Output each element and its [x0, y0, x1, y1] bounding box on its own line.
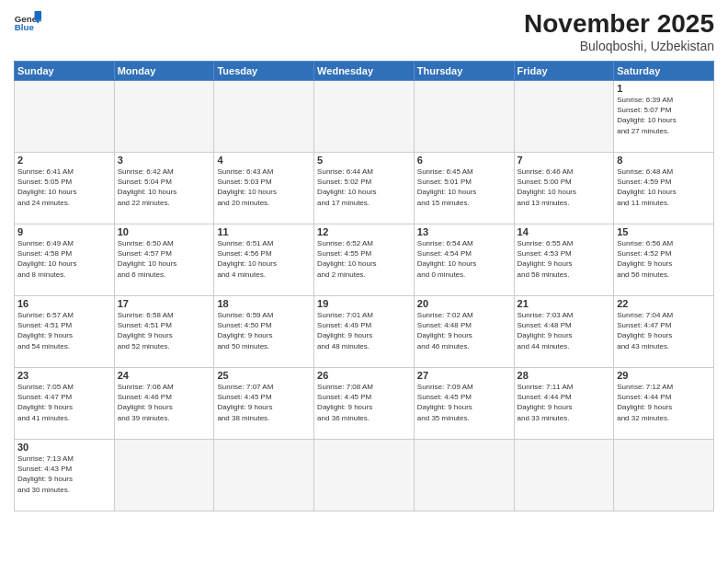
day-number: 23: [17, 370, 111, 381]
calendar-cell: 23Sunrise: 7:05 AM Sunset: 4:47 PM Dayli…: [15, 368, 115, 440]
cell-info: Sunrise: 6:43 AM Sunset: 5:03 PM Dayligh…: [217, 167, 311, 208]
day-number: 7: [518, 155, 611, 166]
calendar-cell: [114, 81, 214, 153]
title-block: November 2025 Buloqboshi, Uzbekistan: [524, 9, 714, 53]
day-number: 13: [417, 226, 511, 237]
cell-info: Sunrise: 6:54 AM Sunset: 4:54 PM Dayligh…: [417, 238, 511, 280]
calendar-cell: 2Sunrise: 6:41 AM Sunset: 5:05 PM Daylig…: [15, 153, 115, 224]
col-thursday: Thursday: [414, 62, 514, 81]
cell-info: Sunrise: 6:45 AM Sunset: 5:01 PM Dayligh…: [417, 167, 511, 208]
calendar-cell: [214, 440, 314, 511]
calendar-week-4: 16Sunrise: 6:57 AM Sunset: 4:51 PM Dayli…: [15, 296, 714, 368]
day-number: 30: [17, 442, 111, 453]
calendar-cell: 25Sunrise: 7:07 AM Sunset: 4:45 PM Dayli…: [214, 368, 314, 440]
cell-info: Sunrise: 6:48 AM Sunset: 4:59 PM Dayligh…: [617, 167, 711, 208]
calendar-week-3: 9Sunrise: 6:49 AM Sunset: 4:58 PM Daylig…: [15, 224, 714, 296]
cell-info: Sunrise: 7:07 AM Sunset: 4:45 PM Dayligh…: [217, 382, 311, 423]
cell-info: Sunrise: 6:41 AM Sunset: 5:05 PM Dayligh…: [17, 167, 111, 208]
calendar-cell: [614, 440, 714, 511]
calendar-cell: [314, 440, 415, 511]
day-number: 10: [118, 226, 211, 237]
cell-info: Sunrise: 6:46 AM Sunset: 5:00 PM Dayligh…: [518, 167, 611, 208]
day-number: 20: [417, 298, 511, 309]
cell-info: Sunrise: 7:03 AM Sunset: 4:48 PM Dayligh…: [518, 310, 611, 351]
calendar-cell: 21Sunrise: 7:03 AM Sunset: 4:48 PM Dayli…: [514, 296, 614, 368]
cell-info: Sunrise: 6:52 AM Sunset: 4:55 PM Dayligh…: [317, 238, 411, 280]
cell-info: Sunrise: 6:42 AM Sunset: 5:04 PM Dayligh…: [118, 167, 211, 208]
day-number: 17: [118, 298, 211, 309]
cell-info: Sunrise: 7:01 AM Sunset: 4:49 PM Dayligh…: [317, 310, 411, 351]
calendar-cell: 28Sunrise: 7:11 AM Sunset: 4:44 PM Dayli…: [514, 368, 614, 440]
calendar-cell: 26Sunrise: 7:08 AM Sunset: 4:45 PM Dayli…: [314, 368, 415, 440]
day-number: 21: [518, 298, 611, 309]
logo: General Blue: [14, 9, 41, 35]
day-number: 16: [17, 298, 111, 309]
day-number: 24: [118, 370, 211, 381]
calendar-cell: 1Sunrise: 6:39 AM Sunset: 5:07 PM Daylig…: [614, 81, 714, 153]
calendar-cell: 4Sunrise: 6:43 AM Sunset: 5:03 PM Daylig…: [214, 153, 314, 224]
cell-info: Sunrise: 6:49 AM Sunset: 4:58 PM Dayligh…: [17, 238, 111, 280]
day-number: 29: [617, 370, 711, 381]
calendar-cell: 29Sunrise: 7:12 AM Sunset: 4:44 PM Dayli…: [614, 368, 714, 440]
calendar-cell: [414, 81, 514, 153]
header: General Blue November 2025 Buloqboshi, U…: [14, 9, 714, 53]
day-number: 9: [17, 226, 111, 237]
page: General Blue November 2025 Buloqboshi, U…: [0, 0, 728, 563]
cell-info: Sunrise: 6:58 AM Sunset: 4:51 PM Dayligh…: [118, 310, 211, 351]
col-saturday: Saturday: [614, 62, 714, 81]
svg-text:Blue: Blue: [15, 22, 35, 32]
calendar-cell: 30Sunrise: 7:13 AM Sunset: 4:43 PM Dayli…: [15, 440, 115, 511]
calendar-week-2: 2Sunrise: 6:41 AM Sunset: 5:05 PM Daylig…: [15, 153, 714, 224]
day-number: 15: [617, 226, 711, 237]
day-number: 18: [217, 298, 311, 309]
col-wednesday: Wednesday: [314, 62, 415, 81]
col-tuesday: Tuesday: [214, 62, 314, 81]
day-number: 6: [417, 155, 511, 166]
day-number: 5: [317, 155, 411, 166]
day-number: 22: [617, 298, 711, 309]
calendar-cell: 19Sunrise: 7:01 AM Sunset: 4:49 PM Dayli…: [314, 296, 415, 368]
day-number: 1: [617, 83, 711, 94]
cell-info: Sunrise: 6:57 AM Sunset: 4:51 PM Dayligh…: [17, 310, 111, 351]
cell-info: Sunrise: 6:39 AM Sunset: 5:07 PM Dayligh…: [617, 95, 711, 136]
cell-info: Sunrise: 6:55 AM Sunset: 4:53 PM Dayligh…: [518, 238, 611, 280]
calendar-header-row: Sunday Monday Tuesday Wednesday Thursday…: [15, 62, 714, 81]
month-title: November 2025: [524, 9, 714, 39]
cell-info: Sunrise: 7:05 AM Sunset: 4:47 PM Dayligh…: [17, 382, 111, 423]
day-number: 11: [217, 226, 311, 237]
calendar-table: Sunday Monday Tuesday Wednesday Thursday…: [14, 61, 714, 511]
calendar-week-1: 1Sunrise: 6:39 AM Sunset: 5:07 PM Daylig…: [15, 81, 714, 153]
calendar-cell: [514, 81, 614, 153]
day-number: 28: [518, 370, 611, 381]
calendar-week-5: 23Sunrise: 7:05 AM Sunset: 4:47 PM Dayli…: [15, 368, 714, 440]
day-number: 3: [118, 155, 211, 166]
cell-info: Sunrise: 6:59 AM Sunset: 4:50 PM Dayligh…: [217, 310, 311, 351]
cell-info: Sunrise: 7:12 AM Sunset: 4:44 PM Dayligh…: [617, 382, 711, 423]
cell-info: Sunrise: 6:50 AM Sunset: 4:57 PM Dayligh…: [118, 238, 211, 280]
cell-info: Sunrise: 7:13 AM Sunset: 4:43 PM Dayligh…: [17, 454, 111, 495]
calendar-cell: 17Sunrise: 6:58 AM Sunset: 4:51 PM Dayli…: [114, 296, 214, 368]
cell-info: Sunrise: 7:06 AM Sunset: 4:46 PM Dayligh…: [118, 382, 211, 423]
calendar-cell: 10Sunrise: 6:50 AM Sunset: 4:57 PM Dayli…: [114, 224, 214, 296]
calendar-cell: 24Sunrise: 7:06 AM Sunset: 4:46 PM Dayli…: [114, 368, 214, 440]
calendar-cell: 27Sunrise: 7:09 AM Sunset: 4:45 PM Dayli…: [414, 368, 514, 440]
day-number: 26: [317, 370, 411, 381]
calendar-cell: 14Sunrise: 6:55 AM Sunset: 4:53 PM Dayli…: [514, 224, 614, 296]
calendar-cell: 13Sunrise: 6:54 AM Sunset: 4:54 PM Dayli…: [414, 224, 514, 296]
col-sunday: Sunday: [15, 62, 115, 81]
cell-info: Sunrise: 7:08 AM Sunset: 4:45 PM Dayligh…: [317, 382, 411, 423]
calendar-cell: 7Sunrise: 6:46 AM Sunset: 5:00 PM Daylig…: [514, 153, 614, 224]
day-number: 4: [217, 155, 311, 166]
day-number: 25: [217, 370, 311, 381]
calendar-cell: 6Sunrise: 6:45 AM Sunset: 5:01 PM Daylig…: [414, 153, 514, 224]
calendar-cell: 20Sunrise: 7:02 AM Sunset: 4:48 PM Dayli…: [414, 296, 514, 368]
calendar-cell: 16Sunrise: 6:57 AM Sunset: 4:51 PM Dayli…: [15, 296, 115, 368]
day-number: 12: [317, 226, 411, 237]
calendar-cell: 8Sunrise: 6:48 AM Sunset: 4:59 PM Daylig…: [614, 153, 714, 224]
day-number: 8: [617, 155, 711, 166]
day-number: 14: [518, 226, 611, 237]
cell-info: Sunrise: 7:09 AM Sunset: 4:45 PM Dayligh…: [417, 382, 511, 423]
calendar-cell: [314, 81, 415, 153]
cell-info: Sunrise: 7:11 AM Sunset: 4:44 PM Dayligh…: [518, 382, 611, 423]
cell-info: Sunrise: 6:44 AM Sunset: 5:02 PM Dayligh…: [317, 167, 411, 208]
